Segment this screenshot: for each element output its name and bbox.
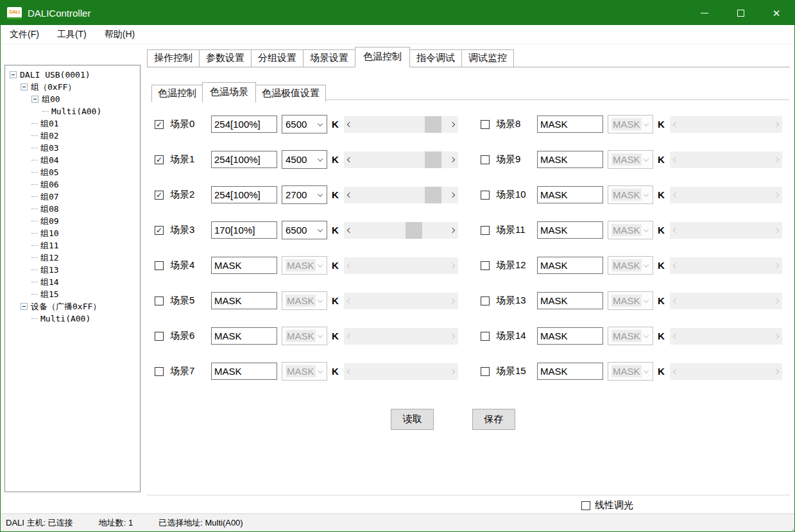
tree-item-10[interactable]: 组07	[5, 191, 140, 203]
tree-item-19[interactable]: 设备（广播0xFF）	[5, 300, 140, 313]
close-button[interactable]: ✕	[758, 1, 794, 25]
scene-7-level-input[interactable]	[211, 363, 277, 380]
scene-0-level-input[interactable]	[211, 116, 277, 133]
scene-11-level-input[interactable]	[537, 221, 603, 239]
scene-14-cct-select[interactable]: MASK	[608, 327, 653, 345]
slider-thumb[interactable]	[425, 116, 441, 133]
linear-dimming-checkbox[interactable]	[581, 501, 590, 510]
tree-expander-icon[interactable]	[21, 303, 28, 310]
slider-right-arrow-icon[interactable]	[447, 187, 458, 203]
tree-item-15[interactable]: 组12	[5, 252, 140, 264]
tab-4[interactable]: 色温控制	[355, 47, 410, 67]
tree-item-9[interactable]: 组06	[5, 178, 140, 191]
tab-1[interactable]: 参数设置	[199, 49, 252, 67]
tree-item-12[interactable]: 组09	[5, 215, 140, 227]
scene-3-level-input[interactable]	[211, 221, 277, 239]
tree-expander-icon[interactable]	[31, 96, 38, 103]
tree-item-5[interactable]: 组02	[5, 130, 140, 142]
slider-left-arrow-icon[interactable]	[344, 116, 355, 133]
slider-left-arrow-icon[interactable]	[344, 187, 355, 203]
menu-item-2[interactable]: 帮助(H)	[96, 25, 144, 44]
scene-10-checkbox[interactable]	[481, 191, 490, 200]
scene-0-cct-select[interactable]: 6500	[282, 115, 327, 133]
slider-left-arrow-icon[interactable]	[344, 151, 355, 168]
scene-2-level-input[interactable]	[211, 186, 277, 203]
scene-13-cct-select[interactable]: MASK	[608, 291, 653, 310]
tree-item-3[interactable]: Multi(A00)	[5, 105, 140, 117]
scene-8-cct-select[interactable]: MASK	[608, 115, 653, 133]
scene-15-cct-select[interactable]: MASK	[608, 362, 653, 381]
scene-2-checkbox[interactable]: ✓	[155, 191, 164, 200]
scene-13-level-input[interactable]	[537, 292, 603, 309]
scene-6-checkbox[interactable]	[155, 332, 164, 341]
scene-12-cct-select[interactable]: MASK	[608, 256, 653, 275]
scene-1-cct-select[interactable]: 4500	[282, 150, 327, 169]
scene-5-cct-select[interactable]: MASK	[282, 291, 327, 310]
scene-14-checkbox[interactable]	[481, 332, 490, 341]
tree-item-11[interactable]: 组08	[5, 203, 140, 215]
menu-item-1[interactable]: 工具(T)	[48, 25, 96, 44]
read-button[interactable]: 读取	[391, 409, 434, 430]
scene-15-checkbox[interactable]	[481, 367, 490, 376]
slider-thumb[interactable]	[425, 187, 441, 203]
scene-13-checkbox[interactable]	[481, 296, 490, 305]
scene-9-level-input[interactable]	[537, 151, 603, 168]
slider-thumb[interactable]	[425, 151, 441, 168]
slider-track[interactable]	[355, 116, 447, 133]
scene-3-cct-select[interactable]: 6500	[282, 221, 327, 239]
scene-12-level-input[interactable]	[537, 257, 603, 274]
tab-2[interactable]: 分组设置	[251, 49, 303, 67]
scene-0-checkbox[interactable]: ✓	[155, 120, 164, 129]
scene-14-level-input[interactable]	[537, 327, 603, 345]
scene-8-checkbox[interactable]	[481, 120, 490, 129]
scene-3-checkbox[interactable]: ✓	[155, 226, 164, 235]
scene-4-level-input[interactable]	[211, 257, 277, 274]
scene-9-cct-select[interactable]: MASK	[608, 150, 653, 169]
slider-right-arrow-icon[interactable]	[447, 151, 458, 168]
subtab-2[interactable]: 色温极值设置	[255, 85, 326, 102]
scene-8-level-input[interactable]	[537, 116, 603, 133]
tree-item-1[interactable]: 组（0xFF）	[5, 81, 140, 93]
tree-expander-icon[interactable]	[21, 83, 28, 90]
scene-5-checkbox[interactable]	[155, 296, 164, 305]
scene-4-cct-select[interactable]: MASK	[282, 256, 327, 275]
scene-3-slider[interactable]	[344, 222, 458, 239]
tree-item-0[interactable]: DALI USB(0001)	[5, 69, 140, 81]
scene-12-checkbox[interactable]	[481, 261, 490, 270]
scene-11-checkbox[interactable]	[481, 226, 490, 235]
slider-right-arrow-icon[interactable]	[447, 222, 458, 239]
slider-track[interactable]	[355, 187, 447, 203]
tree-item-14[interactable]: 组11	[5, 239, 140, 252]
tab-0[interactable]: 操作控制	[147, 49, 200, 67]
slider-track[interactable]	[355, 222, 447, 239]
menu-item-0[interactable]: 文件(F)	[1, 25, 48, 44]
resize-grip-icon[interactable]	[790, 527, 791, 528]
slider-right-arrow-icon[interactable]	[447, 116, 458, 133]
tab-5[interactable]: 指令调试	[409, 49, 462, 67]
scene-6-level-input[interactable]	[211, 327, 277, 345]
tree-item-18[interactable]: 组15	[5, 288, 140, 300]
scene-9-checkbox[interactable]	[481, 155, 490, 164]
scene-1-level-input[interactable]	[211, 151, 277, 168]
tree-expander-icon[interactable]	[10, 71, 17, 78]
scene-15-level-input[interactable]	[537, 363, 603, 380]
scene-10-level-input[interactable]	[537, 186, 603, 203]
scene-2-cct-select[interactable]: 2700	[282, 185, 327, 204]
subtab-1[interactable]: 色温场景	[202, 82, 256, 103]
tab-6[interactable]: 调试监控	[461, 49, 514, 67]
tree-item-8[interactable]: 组05	[5, 166, 140, 178]
scene-10-cct-select[interactable]: MASK	[608, 185, 653, 204]
tree-item-7[interactable]: 组04	[5, 154, 140, 166]
tab-3[interactable]: 场景设置	[303, 49, 355, 67]
scene-1-slider[interactable]	[344, 151, 458, 168]
scene-11-cct-select[interactable]: MASK	[608, 221, 653, 239]
scene-2-slider[interactable]	[344, 187, 458, 203]
save-button[interactable]: 保存	[472, 409, 515, 430]
scene-5-level-input[interactable]	[211, 292, 277, 309]
slider-thumb[interactable]	[406, 222, 422, 239]
tree-item-2[interactable]: 组00	[5, 93, 140, 105]
tree-item-20[interactable]: Multi(A00)	[5, 313, 140, 325]
scene-7-checkbox[interactable]	[155, 367, 164, 376]
scene-4-checkbox[interactable]	[155, 261, 164, 270]
tree-item-6[interactable]: 组03	[5, 142, 140, 154]
